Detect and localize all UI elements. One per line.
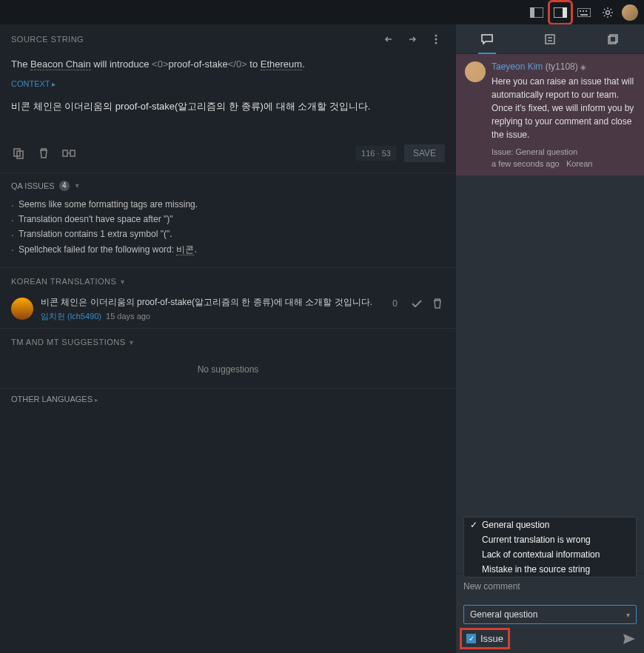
dropdown-option[interactable]: Lack of contextual information xyxy=(464,547,636,562)
korean-translations-header[interactable]: KOREAN TRANSLATIONS ▼ xyxy=(0,268,456,290)
translator-avatar xyxy=(11,298,33,320)
tab-comments[interactable] xyxy=(472,24,502,54)
issue-type-dropdown[interactable]: General question Current translation is … xyxy=(463,517,637,577)
tm-suggestions-header[interactable]: TM AND MT SUGGESTIONS ▼ xyxy=(0,329,456,351)
new-comment-input[interactable]: New comment xyxy=(463,580,637,596)
commenter-name[interactable]: Taeyeon Kim xyxy=(492,61,543,72)
translation-suggestion[interactable]: 비콘 체인은 이더리움의 proof-of-stake(알고리즘의 한 종류)에… xyxy=(0,290,456,328)
qa-count-badge: 4 xyxy=(59,181,70,191)
panel-right-icon[interactable] xyxy=(551,3,570,22)
copy-source-icon[interactable] xyxy=(11,146,26,161)
translation-input[interactable]: 비콘 체인은 이더리움의 proof-of-stake(알고리즘의 한 종류)에… xyxy=(0,93,456,137)
svg-rect-4 xyxy=(577,8,591,17)
qa-issue-item: Seems like some formatting tags are miss… xyxy=(11,197,445,212)
approve-icon[interactable] xyxy=(409,296,424,311)
svg-rect-15 xyxy=(63,150,67,156)
next-string-icon[interactable] xyxy=(403,30,421,48)
svg-rect-6 xyxy=(583,10,584,12)
comment-text: Here you can raise an issue that will au… xyxy=(492,75,635,141)
commenter-avatar xyxy=(465,61,486,82)
svg-point-9 xyxy=(606,10,610,14)
insert-tag-icon[interactable] xyxy=(61,146,76,161)
svg-rect-1 xyxy=(530,7,534,18)
more-icon[interactable] xyxy=(427,30,445,48)
qa-issue-item: Translation doesn't have space after ")" xyxy=(11,212,445,227)
send-icon[interactable] xyxy=(622,632,637,646)
user-avatar[interactable] xyxy=(622,4,638,21)
svg-rect-7 xyxy=(586,10,587,12)
top-toolbar xyxy=(0,0,644,24)
issue-type-select[interactable]: General question ▾ xyxy=(463,605,637,624)
save-button[interactable]: SAVE xyxy=(404,144,445,162)
editor-pane: SOURCE STRING The Beacon Chain will intr… xyxy=(0,24,456,653)
dropdown-option[interactable]: Current translation is wrong xyxy=(464,532,636,547)
svg-point-10 xyxy=(435,35,437,37)
source-text: The Beacon Chain will introduce <0>proof… xyxy=(0,51,456,78)
svg-rect-17 xyxy=(546,35,554,44)
svg-rect-16 xyxy=(70,150,75,156)
other-languages-header[interactable]: OTHER LANGUAGES ▸ xyxy=(0,388,456,409)
context-toggle[interactable]: CONTEXT ▸ xyxy=(0,78,456,93)
tab-terms[interactable] xyxy=(535,24,565,54)
svg-rect-3 xyxy=(563,7,567,18)
dropdown-option[interactable]: General question xyxy=(464,518,636,532)
character-count: 116 · 53 xyxy=(355,146,397,161)
svg-rect-5 xyxy=(580,10,581,12)
qa-issues-header[interactable]: QA ISSUES 4 ▼ xyxy=(0,173,456,194)
keyboard-icon[interactable] xyxy=(574,3,594,22)
verified-icon: ◈ xyxy=(580,63,586,71)
svg-point-11 xyxy=(435,38,437,41)
source-string-header: SOURCE STRING xyxy=(11,35,84,44)
svg-rect-8 xyxy=(580,14,588,16)
svg-point-12 xyxy=(435,42,437,44)
gear-icon[interactable] xyxy=(598,3,617,22)
issue-checkbox-wrap[interactable]: ✓ Issue xyxy=(463,632,506,646)
comment-item: Taeyeon Kim (ty1108) ◈ Here you can rais… xyxy=(456,54,644,175)
qa-issue-item: Translation contains 1 extra symbol "(". xyxy=(11,227,445,241)
prev-string-icon[interactable] xyxy=(380,30,398,48)
delete-icon[interactable] xyxy=(36,146,51,161)
delete-suggestion-icon[interactable] xyxy=(430,296,445,311)
comments-pane: Taeyeon Kim (ty1108) ◈ Here you can rais… xyxy=(456,24,644,653)
dropdown-option[interactable]: Mistake in the source string xyxy=(464,562,636,577)
tab-files[interactable] xyxy=(598,24,628,54)
issue-checkbox[interactable]: ✓ xyxy=(466,634,476,643)
panel-left-icon[interactable] xyxy=(527,3,546,22)
vote-count: 0 xyxy=(392,298,398,309)
translator-link[interactable]: 임치헌 (lch5490) xyxy=(41,312,101,321)
no-suggestions-text: No suggestions xyxy=(0,351,456,388)
qa-issues-list: Seems like some formatting tags are miss… xyxy=(0,194,456,267)
comment-issue-label: Issue: General question xyxy=(492,147,635,156)
qa-issue-item: Spellcheck failed for the following word… xyxy=(11,241,445,258)
